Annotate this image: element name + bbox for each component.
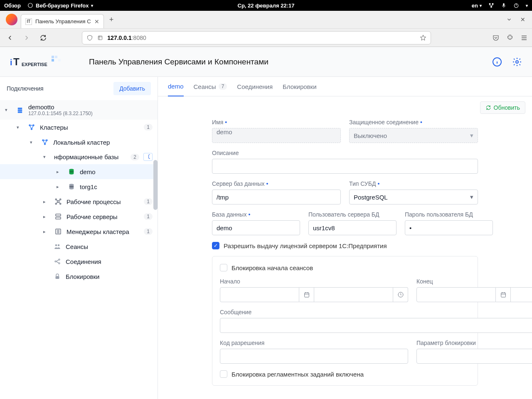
tab-connections[interactable]: Соединения (237, 77, 273, 96)
connection-tree: ▾ demootto 127.0.0.1:1545 (8.3.22.1750) … (0, 100, 158, 284)
chevron-right-icon[interactable]: ▸ (57, 169, 63, 175)
lock-icon[interactable] (97, 35, 103, 41)
lock-icon (53, 272, 62, 281)
chevron-down-icon[interactable]: ▾ (43, 154, 50, 160)
block-message-input[interactable] (220, 318, 532, 333)
license-checkbox[interactable]: ✓ (212, 242, 219, 249)
svg-rect-34 (56, 214, 61, 216)
block-end-time[interactable] (511, 287, 532, 302)
site-favicon-icon: IT (25, 18, 32, 25)
tree-sessions[interactable]: Сеансы (0, 239, 158, 254)
tab-sessions-count-badge: 7 (219, 83, 227, 90)
url-bar[interactable]: 127.0.0.1:8080 (82, 31, 431, 44)
tab-locks[interactable]: Блокировки (283, 77, 316, 96)
power-icon[interactable] (513, 2, 519, 8)
pocket-icon[interactable] (492, 34, 500, 42)
microphone-icon[interactable] (501, 2, 507, 8)
tree-local-cluster[interactable]: ▾ Локальный кластер (0, 135, 158, 150)
clock-icon[interactable] (393, 287, 408, 302)
chevron-down-icon[interactable]: ▾ (17, 125, 23, 130)
scrollbar-thumb[interactable] (153, 160, 158, 210)
hamburger-menu-icon[interactable] (520, 34, 528, 42)
cluster-managers-count-badge: 1 (144, 228, 153, 235)
bookmark-star-icon[interactable] (420, 34, 426, 41)
system-menu-chevron[interactable]: ▾ (526, 3, 528, 8)
firefox-icon[interactable] (6, 14, 17, 25)
block-scheduled-jobs-checkbox[interactable] (220, 370, 227, 378)
gear-icon[interactable] (512, 57, 522, 67)
tree-infobase-demo[interactable]: ▸ demo (0, 164, 158, 179)
tab-title: Панель Управления С (35, 18, 91, 25)
window-close-icon[interactable]: ✕ (520, 16, 525, 23)
close-tab-icon[interactable]: ✕ (94, 18, 99, 25)
work-servers-label: Рабочие серверы (66, 213, 140, 220)
add-infobase-icon[interactable]: 〔 (143, 153, 153, 161)
tree-infobase-torg1c[interactable]: ▸ torg1c (0, 179, 158, 194)
tree-work-processes[interactable]: ▸ Рабочие процессы 1 (0, 194, 158, 209)
tree-locks[interactable]: Блокировки (0, 269, 158, 284)
db-pass-input[interactable] (405, 220, 493, 235)
forward-button (21, 32, 32, 44)
activities-button[interactable]: Обзор (4, 2, 21, 9)
block-start-time[interactable] (314, 287, 393, 302)
db-user-input[interactable] (308, 220, 397, 235)
tab-list-button[interactable] (506, 17, 512, 22)
reload-button[interactable] (37, 32, 49, 44)
db-server-input[interactable] (212, 190, 341, 204)
chevron-down-icon: ▾ (470, 193, 473, 201)
secure-conn-select: Выключено ▾ (349, 128, 478, 143)
chevron-right-icon[interactable]: ▸ (43, 199, 50, 204)
tree-work-servers[interactable]: ▸ Рабочие серверы 1 (0, 209, 158, 224)
browser-tab[interactable]: IT Панель Управления С ✕ (21, 14, 104, 28)
extensions-icon[interactable] (506, 34, 514, 42)
tab-sessions-label: Сеансы (194, 83, 216, 90)
description-input[interactable] (212, 159, 478, 174)
svg-rect-10 (52, 56, 54, 58)
desktop-top-bar: Обзор Веб-браузер Firefox ▾ Ср, 22 февра… (0, 0, 532, 11)
block-start-datetime[interactable] (220, 287, 408, 302)
network-icon[interactable] (488, 2, 494, 8)
info-icon[interactable] (492, 57, 502, 67)
connections-label: Соединения (66, 258, 153, 265)
block-start-date[interactable] (220, 287, 299, 302)
sidebar-title: Подключения (7, 85, 44, 92)
block-end-label: Конец (416, 278, 532, 285)
permission-code-input[interactable] (220, 349, 408, 364)
tree-clusters[interactable]: ▾ Кластеры 1 (0, 120, 158, 135)
add-connection-button[interactable]: Добавить (113, 82, 151, 95)
block-end-date[interactable] (416, 287, 496, 302)
tree-connections[interactable]: Соединения (0, 254, 158, 269)
block-sessions-checkbox[interactable] (220, 264, 227, 271)
svg-rect-4 (503, 3, 505, 6)
tree-connection[interactable]: ▾ demootto 127.0.0.1:1545 (8.3.22.1750) (0, 100, 158, 120)
keyboard-layout-button[interactable]: en▾ (472, 2, 482, 9)
sessions-label: Сеансы (66, 243, 153, 250)
db-name-input[interactable] (212, 220, 300, 235)
db-type-select[interactable]: PostgreSQL ▾ (349, 190, 478, 204)
calendar-icon[interactable] (299, 287, 314, 302)
main-panel: demo Сеансы 7 Соединения Блокировки Обно… (158, 77, 532, 399)
tab-demo[interactable]: demo (168, 77, 184, 96)
block-param-input[interactable] (416, 349, 532, 364)
block-end-datetime[interactable] (416, 287, 532, 302)
chevron-right-icon[interactable]: ▸ (57, 184, 63, 190)
local-cluster-label: Локальный кластер (53, 139, 153, 146)
clock[interactable]: Ср, 22 февраля 22:17 (238, 2, 295, 9)
chevron-right-icon[interactable]: ▸ (43, 214, 50, 219)
new-tab-button[interactable]: + (106, 14, 117, 25)
chevron-down-icon[interactable]: ▾ (30, 140, 37, 145)
secure-conn-label: Защищенное соединение• (349, 119, 478, 126)
block-message-label: Сообщение (220, 309, 532, 315)
svg-point-37 (55, 244, 57, 246)
shield-icon[interactable] (86, 34, 93, 41)
chevron-down-icon[interactable]: ▾ (5, 107, 12, 113)
calendar-icon[interactable] (496, 287, 511, 302)
tab-sessions[interactable]: Сеансы 7 (194, 77, 227, 96)
tree-cluster-managers[interactable]: ▸ Менеджеры кластера 1 (0, 224, 158, 239)
back-button[interactable] (4, 32, 16, 44)
refresh-button[interactable]: Обновить (480, 101, 525, 114)
app-menu-button[interactable]: Веб-браузер Firefox ▾ (27, 2, 93, 9)
svg-rect-3 (490, 6, 492, 8)
chevron-right-icon[interactable]: ▸ (43, 229, 50, 234)
tree-infobases[interactable]: ▾ нформационные базы 2 〔 (0, 150, 158, 164)
